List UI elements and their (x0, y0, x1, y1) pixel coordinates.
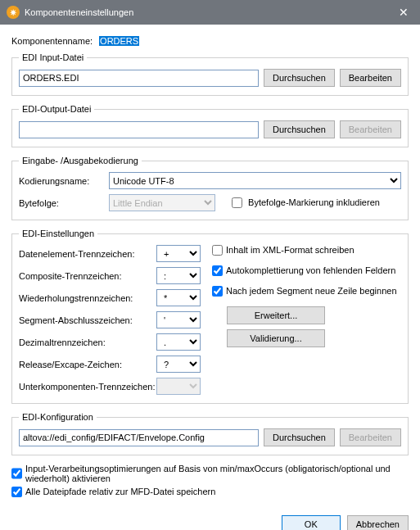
release-char-label: Release/Excape-Zeichen: (19, 360, 156, 369)
edi-input-group: EDI Input-Datei Durchsuchen Bearbeiten (11, 52, 409, 96)
byte-order-label: Bytefolge: (19, 198, 109, 208)
edi-input-field[interactable] (19, 70, 259, 87)
release-char-select[interactable]: ? (156, 356, 201, 373)
encoding-group: Eingabe- /Ausgabekodierung Kodierungsnam… (11, 156, 409, 220)
composite-sep-label: Composite-Trennzeichen: (19, 271, 156, 281)
decimal-sep-label: Dezimaltrennzeichen: (19, 337, 156, 347)
edi-input-legend: EDI Input-Datei (19, 52, 87, 62)
repetition-sep-select[interactable]: * (156, 289, 201, 306)
component-name-input[interactable]: ORDERS (99, 36, 255, 46)
edi-output-browse-button[interactable]: Durchsuchen (264, 120, 335, 138)
titlebar: ✷ Komponenteneinstellungen ✕ (0, 0, 420, 25)
write-xml-checkbox[interactable] (212, 245, 223, 256)
bom-checkbox[interactable] (232, 197, 242, 208)
byte-order-select: Little Endian (109, 194, 215, 211)
ok-button[interactable]: OK (282, 515, 341, 530)
edi-settings-legend: EDI-Einstellungen (19, 229, 97, 238)
subcomp-sep-label: Unterkomponenten-Trennzeichen: (19, 382, 156, 392)
dialog-footer: OK Abbrechen (0, 509, 420, 530)
edi-config-legend: EDI-Konfiguration (19, 412, 97, 422)
extended-button[interactable]: Erweitert... (227, 306, 325, 324)
write-xml-label: Inhalt im XML-Format schreiben (226, 245, 401, 255)
decimal-sep-select[interactable]: . (156, 333, 201, 351)
edi-output-field[interactable] (19, 121, 259, 138)
edi-config-edit-button: Bearbeiten (340, 428, 401, 446)
edi-input-browse-button[interactable]: Durchsuchen (264, 69, 335, 87)
data-element-sep-label: Datenelement-Trennzeichen: (19, 249, 156, 259)
autocomplete-checkbox[interactable] (212, 265, 223, 276)
newline-label: Nach jedem Segment neue Zeile beginnen (226, 286, 401, 296)
dialog-content: Komponentenname: ORDERS EDI Input-Datei … (0, 25, 420, 509)
edi-output-group: EDI-Output-Datei Durchsuchen Bearbeiten (11, 104, 409, 147)
component-name-label: Komponentenname: (11, 36, 93, 46)
edi-config-group: EDI-Konfiguration Durchsuchen Bearbeiten (11, 412, 409, 455)
encoding-name-select[interactable]: Unicode UTF-8 (109, 172, 401, 189)
relative-paths-checkbox[interactable] (11, 487, 22, 497)
cancel-button[interactable]: Abbrechen (347, 515, 409, 530)
edi-output-edit-button: Bearbeiten (340, 120, 401, 138)
composite-sep-select[interactable]: : (156, 267, 201, 284)
optimize-checkbox[interactable] (11, 464, 22, 483)
app-icon: ✷ (7, 6, 20, 19)
bom-label: Bytefolge-Markierung inkludieren (248, 197, 380, 207)
edi-input-edit-button[interactable]: Bearbeiten (340, 69, 401, 87)
close-icon[interactable]: ✕ (387, 0, 420, 25)
edi-output-legend: EDI-Output-Datei (19, 104, 94, 114)
segment-term-label: Segment-Abschlusszeichen: (19, 315, 156, 325)
component-name-row: Komponentenname: ORDERS (11, 36, 409, 46)
encoding-name-label: Kodierungsname: (19, 176, 109, 186)
relative-paths-label: Alle Dateipfade relativ zur MFD-Datei sp… (25, 487, 409, 497)
component-name-value: ORDERS (99, 36, 139, 46)
separator-column: Datenelement-Trennzeichen: + Composite-T… (19, 245, 201, 395)
encoding-legend: Eingabe- /Ausgabekodierung (19, 156, 142, 165)
segment-term-select[interactable]: ' (156, 311, 201, 328)
validation-button[interactable]: Validierung... (227, 329, 325, 347)
newline-checkbox[interactable] (212, 286, 223, 297)
optimize-label: Input-Verarbeitungsoptimierungen auf Bas… (25, 464, 409, 483)
edi-settings-group: EDI-Einstellungen Datenelement-Trennzeic… (11, 229, 409, 404)
edi-config-field[interactable] (19, 429, 259, 446)
window-title: Komponenteneinstellungen (25, 7, 133, 17)
edi-config-browse-button[interactable]: Durchsuchen (264, 428, 335, 446)
options-column: Inhalt im XML-Format schreiben Autokompl… (212, 245, 401, 395)
autocomplete-label: Autokomplettierung von fehlenden Feldern (226, 265, 401, 275)
repetition-sep-label: Wiederholungstrennzeichen: (19, 293, 156, 303)
data-element-sep-select[interactable]: + (156, 245, 201, 262)
subcomp-sep-select (156, 378, 201, 395)
